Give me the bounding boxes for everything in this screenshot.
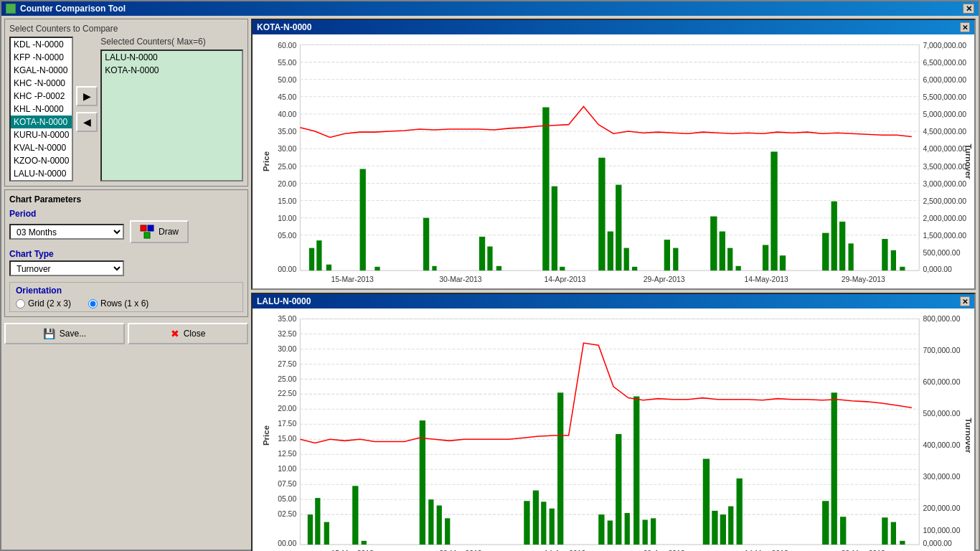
selected-counters-list[interactable]: LALU-N-0000KOTA-N-0000 [100,50,243,182]
svg-rect-147 [643,520,648,545]
svg-text:400,000.00: 400,000.00 [923,441,960,449]
svg-text:15.00: 15.00 [278,435,296,443]
svg-rect-132 [362,541,367,545]
chart2-body: 35.00 32.50 30.00 27.50 25.00 22.50 20.0… [253,309,974,551]
svg-rect-64 [673,248,678,270]
svg-rect-156 [840,517,846,545]
svg-rect-139 [541,501,546,545]
svg-rect-58 [598,158,605,270]
svg-rect-133 [420,420,425,545]
bottom-buttons: 💾 Save... ✖ Close [4,320,248,347]
selected-counter-item[interactable]: KOTA-N-0000 [102,64,242,77]
chart2-svg: 35.00 32.50 30.00 27.50 25.00 22.50 20.0… [255,311,971,551]
svg-text:02.50: 02.50 [278,510,296,518]
rows-radio[interactable] [88,299,98,309]
svg-rect-71 [780,255,786,270]
chart1-window: KOTA-N-0000 ✕ [251,19,976,290]
svg-rect-60 [616,185,621,271]
svg-rect-146 [633,397,639,545]
svg-rect-1 [148,225,154,231]
svg-rect-46 [316,240,321,270]
chart-type-row: TurnoverVolumePrice [9,260,243,276]
period-row: 01 Month03 Months06 Months01 Year Draw [9,220,243,243]
add-counter-button[interactable]: ▶ [76,86,98,106]
chart1-title: KOTA-N-0000 [257,22,311,32]
grid-radio[interactable] [16,299,25,309]
window-close-button[interactable]: ✕ [963,4,974,14]
counter-list-item[interactable]: KURU-N-0000 [11,128,72,141]
svg-rect-75 [848,243,853,270]
svg-text:4,500,000.00: 4,500,000.00 [923,128,966,136]
selected-counters-label: Selected Counters( Max=6) [100,37,243,47]
counter-list-item[interactable]: KGAL-N-0000 [11,64,72,77]
counter-list-item[interactable]: KFP -N-0000 [11,51,72,64]
close-label: Close [184,329,206,339]
svg-rect-67 [727,248,732,270]
svg-rect-62 [632,267,637,270]
svg-text:500,000.00: 500,000.00 [923,410,960,418]
svg-text:35.00: 35.00 [278,128,296,136]
svg-text:6,500,000.00: 6,500,000.00 [923,59,966,67]
counters-section: Select Counters to Compare KDL -N-0000KF… [4,19,248,187]
svg-text:05.00: 05.00 [278,495,296,503]
svg-rect-138 [533,491,539,545]
svg-rect-141 [557,392,563,545]
save-button[interactable]: 💾 Save... [4,323,125,344]
svg-text:Price: Price [262,425,270,446]
svg-rect-65 [710,217,717,271]
svg-text:15-Mar-2013: 15-Mar-2013 [331,276,374,283]
svg-rect-128 [308,514,313,545]
rows-radio-item[interactable]: Rows (1 x 6) [88,298,149,309]
available-counters-list[interactable]: KDL -N-0000KFP -N-0000KGAL-N-0000KHC -N-… [9,37,73,182]
svg-text:60.00: 60.00 [278,42,296,50]
svg-text:300,000.00: 300,000.00 [923,473,960,481]
title-bar-content: Counter Comparison Tool [6,4,126,14]
chart2-close-button[interactable]: ✕ [960,296,970,306]
svg-text:Turnover: Turnover [964,418,971,454]
svg-rect-157 [882,517,887,545]
counter-list-item[interactable]: KVAL-N-0000 [11,141,72,154]
svg-rect-50 [423,218,429,270]
counter-list-item[interactable]: LALU-N-0000 [11,167,72,180]
svg-text:5,000,000.00: 5,000,000.00 [923,110,966,118]
counter-list-item[interactable]: KDL -N-0000 [11,38,72,51]
counter-list-item[interactable]: KHC -P-0002 [11,90,72,103]
orientation-title: Orientation [16,286,237,296]
selected-counter-item[interactable]: LALU-N-0000 [102,51,242,64]
svg-rect-45 [309,248,314,270]
counter-list-item[interactable]: KOTA-N-0000 [11,116,72,128]
svg-text:14-Apr-2013: 14-Apr-2013 [545,276,586,283]
transfer-buttons: ▶ ◀ [76,37,98,182]
main-window: Counter Comparison Tool ✕ Select Counter… [0,0,980,551]
svg-rect-154 [822,501,829,545]
svg-text:0,000.00: 0,000.00 [923,540,952,547]
grid-radio-item[interactable]: Grid (2 x 3) [16,298,71,309]
counter-list-item[interactable]: KHL -N-0000 [11,103,72,116]
close-button[interactable]: ✖ Close [128,323,248,344]
draw-button[interactable]: Draw [130,220,189,243]
svg-rect-2 [144,232,150,238]
remove-counter-button[interactable]: ◀ [76,112,98,132]
svg-text:25.00: 25.00 [278,162,296,170]
counter-list-item[interactable]: KZOO-N-0000 [11,154,72,167]
chart-type-select[interactable]: TurnoverVolumePrice [9,260,124,276]
chart1-svg: 60.00 55.00 50.00 45.00 40.00 35.00 30.0… [255,37,971,286]
title-bar: Counter Comparison Tool ✕ [1,1,979,16]
svg-text:2,500,000.00: 2,500,000.00 [923,197,966,205]
svg-rect-57 [560,267,565,270]
chart2-title: LALU-N-0000 [257,296,311,306]
svg-rect-131 [352,486,358,545]
svg-rect-135 [437,506,442,545]
svg-text:10.00: 10.00 [278,215,296,222]
chart1-title-bar: KOTA-N-0000 ✕ [253,20,974,34]
svg-rect-66 [720,232,725,271]
window-title: Counter Comparison Tool [20,4,126,14]
period-select[interactable]: 01 Month03 Months06 Months01 Year [9,224,124,240]
svg-rect-153 [737,479,743,545]
app-icon [6,4,16,14]
counter-list-item[interactable]: KHC -N-0000 [11,77,72,90]
svg-text:200,000.00: 200,000.00 [923,504,960,512]
svg-rect-69 [763,245,768,270]
chart1-close-button[interactable]: ✕ [960,22,970,32]
svg-rect-56 [552,187,557,270]
